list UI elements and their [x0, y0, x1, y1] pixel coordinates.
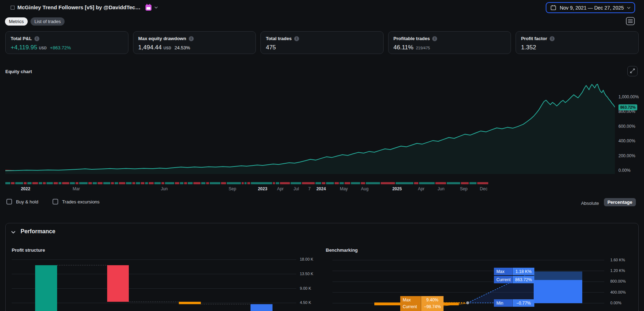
checkbox-icon	[53, 199, 58, 204]
buy-and-hold-checkbox[interactable]: Buy & hold	[6, 199, 38, 204]
chevron-down-icon[interactable]	[154, 6, 158, 9]
placeholder-square-icon	[11, 6, 15, 10]
trade-segment	[15, 182, 23, 184]
trade-segment	[447, 182, 460, 184]
absolute-toggle[interactable]: Absolute	[581, 201, 599, 206]
trade-segment	[291, 182, 301, 184]
trade-segment	[302, 182, 315, 184]
card-extra: 24.53%	[175, 45, 190, 50]
chip-value: −98.74%	[421, 303, 444, 310]
chip-value: 863.72%	[512, 276, 534, 283]
trade-segment	[32, 182, 38, 184]
trade-segment	[477, 182, 488, 184]
tab-metrics[interactable]: Metrics	[5, 17, 28, 26]
chip-value: −98.75%	[421, 310, 444, 311]
equity-y-tick: 200.00%	[618, 153, 635, 158]
trade-segment	[39, 182, 42, 184]
equity-x-tick: 2025	[392, 186, 402, 191]
benchmark-point-marker	[466, 301, 469, 304]
card-extra: 219/475	[416, 46, 430, 50]
percentage-toggle[interactable]: Percentage	[604, 198, 636, 206]
trade-segment	[188, 182, 193, 184]
card-profitable-trades: Profitable tradesi 46.11%219/475	[388, 31, 511, 54]
chip-label: Max	[494, 268, 512, 275]
report-layout-icon	[626, 17, 635, 26]
benchmarking-y-tick: 400.00%	[610, 290, 626, 294]
collapse-chevron-icon[interactable]	[11, 231, 16, 234]
view-tabs: Metrics List of trades	[5, 17, 65, 26]
info-icon[interactable]: i	[550, 36, 555, 41]
benchmarking-y-tick: 1.60 K%	[610, 258, 625, 262]
tab-list-of-trades[interactable]: List of trades	[31, 17, 65, 26]
equity-x-tick: Apr	[418, 186, 425, 191]
strategy-blue-current-chip: Current863.72%	[494, 276, 534, 283]
performance-title: Performance	[21, 228, 55, 235]
card-value: 1.352	[521, 44, 536, 51]
profit-structure-title: Profit structure	[12, 247, 45, 253]
equity-chart-canvas[interactable]	[5, 71, 615, 176]
trade-segment	[43, 182, 46, 184]
card-value: 1,494.44	[138, 44, 162, 51]
trade-segment	[132, 182, 135, 184]
info-icon[interactable]: i	[189, 36, 194, 41]
chip-label: Min	[400, 310, 421, 311]
strategy-magenta-icon[interactable]	[145, 5, 152, 11]
profit-structure-canvas[interactable]	[12, 253, 299, 311]
trade-segment	[11, 182, 15, 184]
card-label: Total P&L	[11, 36, 32, 41]
trade-segment	[126, 182, 132, 184]
trade-segment	[93, 182, 97, 184]
chip-value: 1.18 K%	[512, 268, 534, 275]
trade-segment	[326, 182, 334, 184]
trade-segment	[273, 182, 275, 184]
trades-excursions-checkbox[interactable]: Trades excursions	[53, 199, 100, 204]
metric-cards: Total P&Li +4,119.95USD+863.72% Max equi…	[5, 31, 639, 54]
card-currency: USD	[39, 46, 47, 50]
expand-chart-button[interactable]	[627, 66, 638, 76]
trade-segment	[27, 182, 32, 184]
trade-segment	[5, 182, 10, 184]
strategy-bar	[534, 280, 582, 304]
checkbox-label: Trades excursions	[62, 199, 100, 204]
report-layout-button[interactable]	[626, 17, 635, 26]
card-total-pnl: Total P&Li +4,119.95USD+863.72%	[5, 31, 128, 54]
trade-segment	[201, 182, 205, 184]
card-max-drawdown: Max equity drawdowni 1,494.44USD24.53%	[133, 31, 256, 54]
bar-orange	[179, 302, 201, 304]
strategy-title: McGinley Trend Followers [v5] by @Davidd…	[17, 4, 141, 11]
trade-segment	[180, 182, 183, 184]
date-range-button[interactable]: Nov 9, 2021 — Dec 27, 2025	[546, 2, 635, 13]
trade-segment	[419, 182, 435, 184]
card-label: Total trades	[266, 36, 292, 41]
trade-segment	[193, 182, 200, 184]
card-value: +4,119.95	[11, 44, 37, 51]
profit-y-tick: 4.50 K	[300, 300, 311, 305]
equity-x-tick: 2023	[258, 186, 268, 191]
info-icon[interactable]: i	[34, 36, 39, 41]
chip-label: Current	[494, 276, 512, 283]
info-icon[interactable]: i	[294, 36, 299, 41]
trade-segment	[335, 182, 339, 184]
benchmark-orange-max-chip: Max9.40%	[400, 296, 444, 304]
trade-segment	[381, 182, 395, 184]
equity-x-tick: Jun	[437, 186, 444, 191]
trade-segment	[54, 182, 58, 184]
card-label: Profit factor	[521, 36, 547, 41]
trade-segment	[361, 182, 365, 184]
equity-x-tick: Sep	[460, 186, 467, 191]
benchmarking-y-tick: 800.00%	[610, 279, 626, 283]
trade-segment	[70, 182, 75, 184]
trade-segment	[98, 182, 103, 184]
benchmarking-canvas[interactable]	[326, 253, 609, 311]
trade-segment	[59, 182, 61, 184]
trade-segment	[469, 182, 477, 184]
info-icon[interactable]: i	[432, 36, 437, 41]
strategy-blue-max-chip: Max1.18 K%	[494, 268, 534, 275]
trade-segment	[322, 182, 325, 184]
trade-segment	[154, 182, 161, 184]
benchmarking-title: Benchmarking	[326, 247, 358, 253]
strategy-tester-panel: McGinley Trend Followers [v5] by @Davidd…	[0, 0, 644, 311]
benchmarking-y-tick: 0.00%	[610, 301, 621, 305]
card-label: Max equity drawdown	[138, 36, 186, 41]
trades-timeline-strip[interactable]	[5, 182, 488, 184]
